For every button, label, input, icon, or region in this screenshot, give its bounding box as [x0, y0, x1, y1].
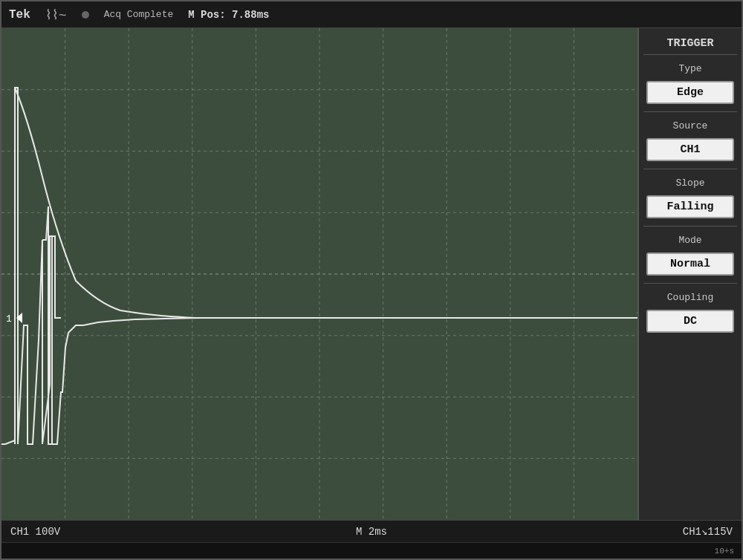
- acq-status-dot: [82, 11, 89, 19]
- source-label: Source: [643, 118, 737, 134]
- screen-area: 1: [1, 28, 637, 520]
- slope-button[interactable]: Falling: [646, 195, 734, 218]
- divider-4: [643, 283, 737, 284]
- trigger-info: CH1↘115V: [683, 525, 733, 538]
- extra-label: 10+s: [715, 547, 734, 556]
- divider-3: [643, 226, 737, 227]
- ch1-scale: CH1 100V: [10, 526, 60, 538]
- type-button[interactable]: Edge: [646, 81, 734, 104]
- svg-text:1: 1: [6, 313, 12, 325]
- coupling-label: Coupling: [643, 290, 737, 305]
- divider-1: [643, 111, 737, 112]
- brand-label: Tek: [9, 8, 30, 22]
- top-bar: Tek ⌇⌇~ Acq Complete M Pos: 7.88ms: [1, 1, 742, 28]
- coupling-button[interactable]: DC: [646, 310, 734, 333]
- mode-button[interactable]: Normal: [646, 253, 734, 276]
- mode-label: Mode: [643, 232, 737, 248]
- acq-status-label: Acq Complete: [104, 9, 174, 20]
- extra-bar: 10+s: [1, 542, 742, 559]
- trigger-title: TRIGGER: [643, 34, 737, 55]
- main-area: 1 TRIGGER Type Edge Source CH1 Slope Fal…: [1, 28, 742, 520]
- waveform-icon: ⌇⌇~: [45, 7, 67, 23]
- sidebar: TRIGGER Type Edge Source CH1 Slope Falli…: [637, 28, 742, 520]
- divider-2: [643, 169, 737, 169]
- oscilloscope-display: Tek ⌇⌇~ Acq Complete M Pos: 7.88ms: [0, 0, 743, 560]
- source-button[interactable]: CH1: [646, 138, 734, 161]
- type-label: Type: [643, 61, 737, 76]
- grid-overlay: 1: [1, 28, 637, 520]
- slope-label: Slope: [643, 175, 737, 191]
- m-pos-label: M Pos: 7.88ms: [188, 9, 269, 21]
- time-scale: M 2ms: [356, 526, 387, 538]
- bottom-bar: CH1 100V M 2ms CH1↘115V: [1, 520, 742, 542]
